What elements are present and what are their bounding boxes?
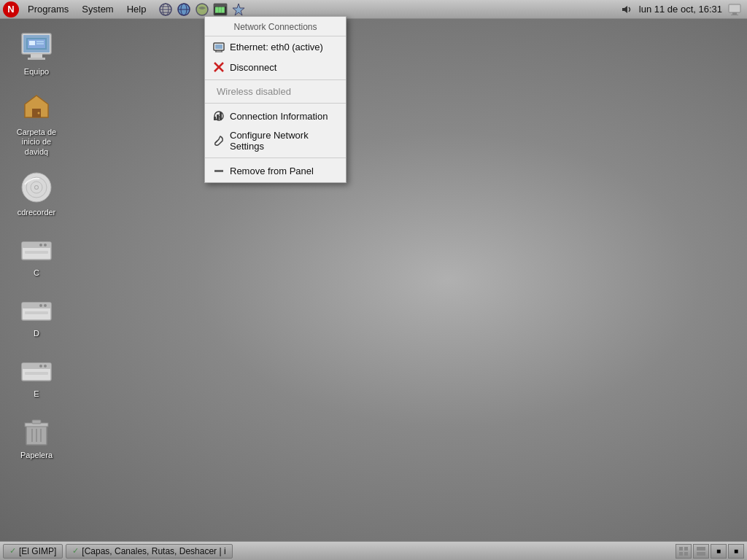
svg-rect-68: [679, 547, 683, 551]
svg-marker-13: [622, 6, 627, 13]
remove-panel-label: Remove from Panel: [230, 166, 314, 176]
svg-point-45: [44, 365, 47, 368]
svg-rect-64: [217, 114, 219, 120]
svg-rect-19: [31, 54, 42, 58]
svg-rect-14: [729, 4, 740, 12]
svg-rect-20: [28, 58, 45, 60]
remove-icon: [212, 164, 225, 177]
svg-point-40: [44, 304, 47, 307]
svg-line-66: [215, 141, 217, 143]
svg-point-27: [38, 112, 40, 114]
menu-item-connection-info[interactable]: i Connection Information: [205, 106, 346, 126]
bottom-right: ■ ■: [676, 544, 744, 559]
wireless-label: Wireless disabled: [217, 86, 291, 97]
workspace-btn-2[interactable]: [693, 544, 709, 559]
screen-icon[interactable]: [727, 1, 743, 18]
svg-rect-47: [25, 372, 48, 375]
gimp-label: [El GIMP]: [19, 546, 56, 556]
desktop-icon-computer[interactable]: Equipo: [7, 26, 66, 79]
svg-rect-69: [684, 547, 688, 551]
disconnect-label: Disconnect: [230, 62, 276, 73]
svg-rect-73: [697, 552, 705, 556]
svg-rect-67: [214, 170, 223, 172]
workspace-btn-3[interactable]: ■: [711, 544, 727, 559]
trash-icon-label: Papelera: [20, 451, 53, 460]
home-icon: [19, 90, 54, 125]
connection-info-icon: i: [212, 109, 225, 122]
svg-rect-23: [29, 41, 35, 45]
menu-item-remove-panel[interactable]: Remove from Panel: [205, 160, 346, 181]
trash-icon: [19, 413, 54, 448]
desktop: [0, 19, 747, 541]
computer-icon: [19, 29, 54, 64]
taskbar-item-layers[interactable]: ✓ [Capas, Canales, Rutas, Deshacer | i: [66, 544, 232, 559]
configure-icon: [212, 134, 225, 147]
star-icon[interactable]: [231, 1, 247, 18]
desktop-icon-e[interactable]: E: [7, 349, 66, 402]
terminal-icon[interactable]: ▓▓▓: [212, 1, 228, 18]
svg-rect-24: [36, 41, 44, 42]
svg-point-35: [44, 244, 47, 246]
desktop-icon-trash[interactable]: Papelera: [7, 410, 66, 463]
svg-rect-42: [25, 311, 48, 314]
separator-2: [205, 103, 346, 104]
cd-icon-label: cdrecorder: [18, 208, 56, 217]
panel-icons: ▓▓▓: [158, 1, 247, 18]
svg-rect-15: [732, 12, 737, 15]
desktop-icons: Equipo Carpeta de inicio dedavidq: [7, 26, 66, 463]
c-drive-icon-label: C: [34, 268, 39, 278]
computer-icon-label: Equipo: [24, 67, 49, 77]
menu-system[interactable]: System: [76, 2, 119, 16]
desktop-icon-d[interactable]: D: [7, 288, 66, 341]
svg-rect-25: [36, 43, 44, 44]
svg-rect-71: [684, 552, 688, 556]
c-drive-icon: [19, 230, 54, 265]
separator-3: [205, 158, 346, 158]
disconnect-icon: [212, 61, 225, 74]
panel-logo[interactable]: N: [3, 1, 19, 18]
layers-label: [Capas, Canales, Rutas, Deshacer | i: [82, 546, 225, 556]
menu-help[interactable]: Help: [121, 2, 152, 16]
workspace-btn-4[interactable]: ■: [728, 544, 744, 559]
svg-rect-37: [25, 251, 48, 254]
menu-item-ethernet[interactable]: Ethernet: eth0 (active): [205, 36, 346, 57]
menu-item-configure-network[interactable]: Configure Network Settings: [205, 126, 346, 155]
globe-icon-2[interactable]: [176, 1, 192, 18]
svg-rect-72: [697, 547, 705, 551]
menu-programs[interactable]: Programs: [22, 2, 74, 16]
svg-marker-12: [233, 4, 244, 15]
svg-point-46: [39, 365, 42, 368]
svg-rect-65: [220, 112, 222, 120]
menu-header: Network Connections: [205, 18, 346, 36]
svg-rect-16: [731, 15, 738, 15]
network-icon: [212, 40, 225, 53]
d-drive-icon: [19, 291, 54, 326]
globe-icon-3[interactable]: [194, 1, 210, 18]
menu-item-wireless: Wireless disabled: [205, 82, 346, 101]
globe-icon-1[interactable]: [158, 1, 174, 18]
gimp-check: ✓: [9, 546, 16, 556]
taskbar-item-gimp[interactable]: ✓ [El GIMP]: [3, 544, 63, 559]
svg-point-32: [35, 186, 38, 189]
top-panel: N Programs System Help: [0, 0, 747, 19]
desktop-icon-cd[interactable]: cdrecorder: [7, 167, 66, 220]
volume-icon[interactable]: [619, 1, 635, 18]
svg-rect-55: [215, 44, 222, 49]
panel-clock: lun 11 de oct, 16:31: [639, 4, 722, 15]
svg-rect-50: [32, 420, 41, 424]
connection-info-label: Connection Information: [230, 111, 328, 122]
svg-rect-70: [679, 552, 683, 556]
menu-item-disconnect[interactable]: Disconnect: [205, 57, 346, 77]
svg-point-36: [39, 244, 42, 246]
desktop-icon-home[interactable]: Carpeta de inicio dedavidq: [7, 87, 66, 160]
configure-network-label: Configure Network Settings: [230, 130, 338, 152]
desktop-icon-c[interactable]: C: [7, 228, 66, 281]
svg-rect-63: [214, 117, 216, 120]
svg-rect-10: [214, 4, 227, 7]
e-drive-icon: [19, 351, 54, 386]
e-drive-icon-label: E: [34, 389, 39, 399]
context-menu: Network Connections Ethernet: eth0 (acti…: [204, 16, 347, 183]
panel-menu-items: Programs System Help: [22, 2, 152, 16]
workspace-btn-1[interactable]: [676, 544, 692, 559]
ethernet-label: Ethernet: eth0 (active): [230, 42, 323, 52]
